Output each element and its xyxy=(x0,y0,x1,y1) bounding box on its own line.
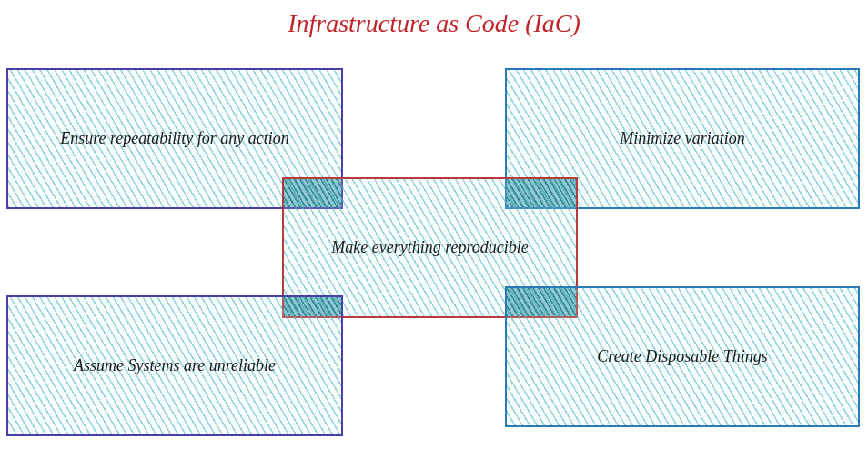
box-create-disposable: Create Disposable Things xyxy=(505,286,860,427)
box-label: Make everything reproducible xyxy=(331,238,529,257)
box-label: Assume Systems are unreliable xyxy=(74,356,276,375)
box-label: Create Disposable Things xyxy=(597,347,767,366)
box-label: Minimize variation xyxy=(620,129,745,148)
diagram-title: Infrastructure as Code (IaC) xyxy=(0,9,868,38)
box-assume-unreliable: Assume Systems are unreliable xyxy=(6,295,343,436)
box-label: Ensure repeatability for any action xyxy=(60,129,289,148)
